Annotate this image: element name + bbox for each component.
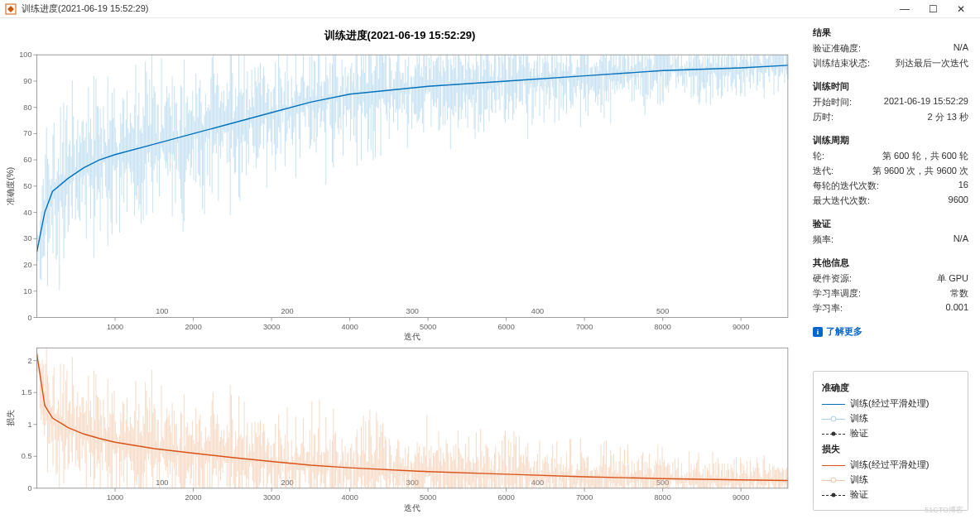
legend-swatch-accuracy-raw	[822, 415, 845, 423]
title-bar: 训练进度(2021-06-19 15:52:29) — ☐ ✕	[0, 0, 980, 18]
svg-text:400: 400	[531, 307, 544, 315]
svg-text:90: 90	[23, 77, 31, 85]
svg-text:300: 300	[406, 478, 419, 487]
svg-text:60: 60	[23, 156, 31, 164]
info-icon: i	[813, 327, 823, 337]
svg-text:8000: 8000	[655, 323, 671, 331]
svg-text:100: 100	[19, 50, 31, 59]
results-section: 结果 验证准确度:N/A 训练结束状态:到达最后一次迭代	[813, 26, 968, 72]
close-button[interactable]: ✕	[947, 3, 975, 15]
svg-text:2000: 2000	[185, 323, 201, 331]
svg-text:6000: 6000	[497, 323, 514, 331]
svg-text:5000: 5000	[420, 323, 436, 331]
app-icon	[5, 3, 17, 15]
svg-text:1000: 1000	[107, 493, 123, 502]
svg-text:1: 1	[27, 420, 31, 429]
charts-panel: 训练进度(2021-06-19 15:52:29) 01020304050607…	[0, 18, 806, 519]
other-section: 其他信息 硬件资源:单 GPU 学习率调度:常数 学习率:0.001	[813, 257, 968, 317]
svg-text:准确度(%): 准确度(%)	[6, 167, 15, 205]
side-panel: 结果 验证准确度:N/A 训练结束状态:到达最后一次迭代 训练时间 开始时间:2…	[806, 18, 980, 519]
svg-text:100: 100	[156, 307, 168, 315]
svg-text:4000: 4000	[341, 323, 358, 331]
svg-text:1000: 1000	[107, 323, 123, 331]
legend-swatch-loss-raw	[822, 476, 845, 484]
svg-text:80: 80	[23, 103, 31, 112]
svg-text:30: 30	[23, 234, 31, 243]
svg-text:5000: 5000	[420, 493, 436, 502]
svg-text:7000: 7000	[576, 323, 593, 331]
svg-text:20: 20	[23, 261, 31, 269]
window-title: 训练进度(2021-06-19 15:52:29)	[22, 2, 148, 15]
svg-text:10: 10	[23, 287, 31, 296]
svg-text:300: 300	[406, 307, 419, 315]
svg-text:损失: 损失	[6, 410, 15, 426]
svg-text:500: 500	[656, 307, 669, 315]
legend: 准确度 训练(经过平滑处理) 训练 验证 损失 训练(经过平滑处理) 训练 验证	[813, 371, 968, 511]
svg-text:1.5: 1.5	[22, 388, 32, 396]
chart-title: 训练进度(2021-06-19 15:52:29)	[3, 28, 796, 43]
svg-text:40: 40	[23, 209, 31, 217]
svg-text:迭代: 迭代	[404, 332, 420, 341]
legend-swatch-accuracy-smooth	[822, 400, 845, 408]
svg-text:迭代: 迭代	[404, 503, 420, 512]
svg-text:70: 70	[23, 129, 31, 137]
svg-text:8000: 8000	[655, 493, 671, 502]
legend-swatch-loss-val	[822, 491, 845, 499]
watermark: 51CTO博客	[925, 505, 963, 516]
svg-text:0: 0	[27, 314, 31, 322]
svg-text:7000: 7000	[576, 493, 593, 502]
svg-text:100: 100	[156, 478, 168, 487]
accuracy-chart: 0102030405060708090100100200300400500100…	[3, 48, 796, 341]
minimize-button[interactable]: —	[891, 3, 919, 15]
svg-text:3000: 3000	[263, 323, 280, 331]
svg-text:3000: 3000	[263, 493, 280, 502]
svg-text:2: 2	[27, 357, 31, 365]
svg-text:0.5: 0.5	[22, 453, 32, 461]
validation-section: 验证 频率:N/A	[813, 218, 968, 248]
svg-text:50: 50	[23, 182, 31, 190]
svg-text:9000: 9000	[733, 323, 749, 331]
timing-section: 训练时间 开始时间:2021-06-19 15:52:29 历时:2 分 13 …	[813, 80, 968, 126]
svg-text:9000: 9000	[733, 493, 749, 502]
svg-text:4000: 4000	[341, 493, 358, 502]
svg-text:6000: 6000	[497, 493, 514, 502]
maximize-button[interactable]: ☐	[919, 3, 947, 15]
legend-swatch-accuracy-val	[822, 430, 845, 438]
svg-text:200: 200	[281, 307, 293, 315]
svg-text:2000: 2000	[185, 493, 201, 502]
schedule-section: 训练周期 轮:第 600 轮，共 600 轮 迭代:第 9600 次，共 960…	[813, 134, 968, 209]
legend-swatch-loss-smooth	[822, 461, 845, 469]
svg-text:500: 500	[656, 478, 669, 487]
svg-text:0: 0	[27, 484, 31, 493]
loss-chart: 00.511.521002003004005001000200030004000…	[3, 341, 796, 512]
learn-more-link[interactable]: i 了解更多	[813, 325, 862, 338]
